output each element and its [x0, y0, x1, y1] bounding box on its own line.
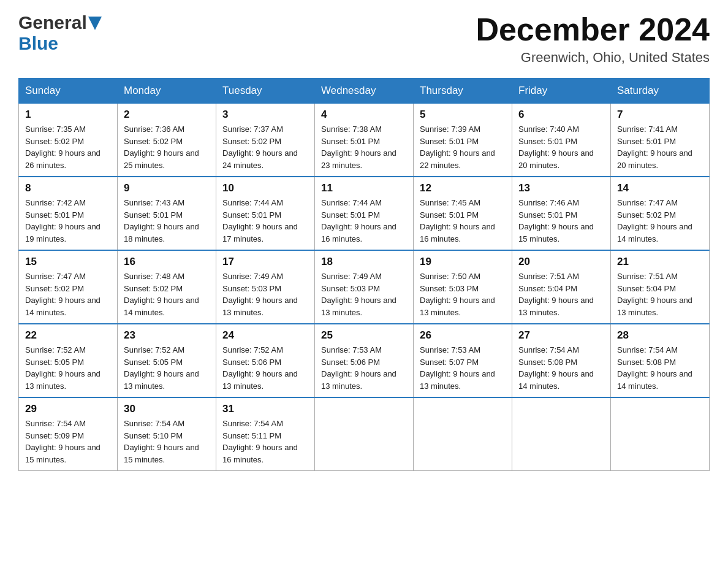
table-row: 21 Sunrise: 7:51 AM Sunset: 5:04 PM Dayl…: [611, 250, 710, 324]
col-wednesday: Wednesday: [315, 79, 414, 104]
logo-triangle-icon: [88, 17, 102, 30]
col-saturday: Saturday: [611, 79, 710, 104]
day-info: Sunrise: 7:52 AM Sunset: 5:05 PM Dayligh…: [124, 344, 210, 392]
table-row: 23 Sunrise: 7:52 AM Sunset: 5:05 PM Dayl…: [118, 324, 216, 397]
day-number: 30: [124, 403, 210, 415]
day-info: Sunrise: 7:43 AM Sunset: 5:01 PM Dayligh…: [124, 197, 210, 245]
day-info: Sunrise: 7:49 AM Sunset: 5:03 PM Dayligh…: [222, 270, 308, 318]
table-row: 29 Sunrise: 7:54 AM Sunset: 5:09 PM Dayl…: [19, 397, 118, 471]
day-info: Sunrise: 7:54 AM Sunset: 5:10 PM Dayligh…: [124, 418, 210, 465]
calendar-week-row: 15 Sunrise: 7:47 AM Sunset: 5:02 PM Dayl…: [19, 250, 710, 324]
day-number: 11: [321, 182, 407, 194]
day-number: 19: [420, 256, 506, 268]
calendar-week-row: 1 Sunrise: 7:35 AM Sunset: 5:02 PM Dayli…: [19, 104, 710, 177]
day-number: 25: [321, 329, 407, 342]
day-number: 21: [617, 256, 703, 268]
day-info: Sunrise: 7:54 AM Sunset: 5:11 PM Dayligh…: [222, 418, 308, 465]
day-number: 20: [518, 256, 604, 268]
table-row: [512, 397, 611, 471]
col-friday: Friday: [512, 79, 611, 104]
table-row: 19 Sunrise: 7:50 AM Sunset: 5:03 PM Dayl…: [414, 250, 512, 324]
day-number: 15: [25, 256, 111, 268]
calendar-week-row: 22 Sunrise: 7:52 AM Sunset: 5:05 PM Dayl…: [19, 324, 710, 397]
day-info: Sunrise: 7:45 AM Sunset: 5:01 PM Dayligh…: [420, 197, 506, 245]
day-number: 18: [321, 256, 407, 268]
table-row: 22 Sunrise: 7:52 AM Sunset: 5:05 PM Dayl…: [19, 324, 118, 397]
day-number: 8: [25, 182, 111, 194]
table-row: 11 Sunrise: 7:44 AM Sunset: 5:01 PM Dayl…: [315, 177, 414, 250]
day-number: 10: [222, 182, 308, 194]
table-row: 10 Sunrise: 7:44 AM Sunset: 5:01 PM Dayl…: [216, 177, 315, 250]
table-row: 6 Sunrise: 7:40 AM Sunset: 5:01 PM Dayli…: [512, 104, 611, 177]
table-row: 26 Sunrise: 7:53 AM Sunset: 5:07 PM Dayl…: [414, 324, 512, 397]
day-info: Sunrise: 7:49 AM Sunset: 5:03 PM Dayligh…: [321, 270, 407, 318]
day-number: 16: [124, 256, 210, 268]
day-number: 26: [420, 329, 506, 342]
day-number: 7: [617, 109, 703, 121]
day-info: Sunrise: 7:54 AM Sunset: 5:08 PM Dayligh…: [518, 344, 604, 392]
day-number: 4: [321, 109, 407, 121]
calendar-week-row: 8 Sunrise: 7:42 AM Sunset: 5:01 PM Dayli…: [19, 177, 710, 250]
day-number: 29: [25, 403, 111, 415]
logo-blue-text: Blue: [18, 33, 58, 53]
table-row: [414, 397, 512, 471]
day-number: 5: [420, 109, 506, 121]
day-info: Sunrise: 7:38 AM Sunset: 5:01 PM Dayligh…: [321, 123, 407, 171]
table-row: 16 Sunrise: 7:48 AM Sunset: 5:02 PM Dayl…: [118, 250, 216, 324]
day-number: 31: [222, 403, 308, 415]
table-row: 25 Sunrise: 7:53 AM Sunset: 5:06 PM Dayl…: [315, 324, 414, 397]
table-row: [315, 397, 414, 471]
table-row: 31 Sunrise: 7:54 AM Sunset: 5:11 PM Dayl…: [216, 397, 315, 471]
table-row: [611, 397, 710, 471]
day-info: Sunrise: 7:40 AM Sunset: 5:01 PM Dayligh…: [518, 123, 604, 171]
day-number: 23: [124, 329, 210, 342]
table-row: 9 Sunrise: 7:43 AM Sunset: 5:01 PM Dayli…: [118, 177, 216, 250]
day-info: Sunrise: 7:53 AM Sunset: 5:06 PM Dayligh…: [321, 344, 407, 392]
day-number: 27: [518, 329, 604, 342]
table-row: 8 Sunrise: 7:42 AM Sunset: 5:01 PM Dayli…: [19, 177, 118, 250]
table-row: 1 Sunrise: 7:35 AM Sunset: 5:02 PM Dayli…: [19, 104, 118, 177]
day-info: Sunrise: 7:44 AM Sunset: 5:01 PM Dayligh…: [321, 197, 407, 245]
day-info: Sunrise: 7:52 AM Sunset: 5:06 PM Dayligh…: [222, 344, 308, 392]
day-info: Sunrise: 7:50 AM Sunset: 5:03 PM Dayligh…: [420, 270, 506, 318]
day-info: Sunrise: 7:37 AM Sunset: 5:02 PM Dayligh…: [222, 123, 308, 171]
day-number: 14: [617, 182, 703, 194]
day-info: Sunrise: 7:51 AM Sunset: 5:04 PM Dayligh…: [617, 270, 703, 318]
day-number: 22: [25, 329, 111, 342]
table-row: 13 Sunrise: 7:46 AM Sunset: 5:01 PM Dayl…: [512, 177, 611, 250]
day-info: Sunrise: 7:47 AM Sunset: 5:02 PM Dayligh…: [25, 270, 111, 318]
day-number: 24: [222, 329, 308, 342]
day-info: Sunrise: 7:54 AM Sunset: 5:08 PM Dayligh…: [617, 344, 703, 392]
day-number: 17: [222, 256, 308, 268]
table-row: 2 Sunrise: 7:36 AM Sunset: 5:02 PM Dayli…: [118, 104, 216, 177]
day-number: 9: [124, 182, 210, 194]
day-info: Sunrise: 7:44 AM Sunset: 5:01 PM Dayligh…: [222, 197, 308, 245]
day-number: 6: [518, 109, 604, 121]
table-row: 7 Sunrise: 7:41 AM Sunset: 5:01 PM Dayli…: [611, 104, 710, 177]
table-row: 17 Sunrise: 7:49 AM Sunset: 5:03 PM Dayl…: [216, 250, 315, 324]
day-number: 13: [518, 182, 604, 194]
table-row: 14 Sunrise: 7:47 AM Sunset: 5:02 PM Dayl…: [611, 177, 710, 250]
table-row: 28 Sunrise: 7:54 AM Sunset: 5:08 PM Dayl…: [611, 324, 710, 397]
day-info: Sunrise: 7:54 AM Sunset: 5:09 PM Dayligh…: [25, 418, 111, 465]
logo: General Blue: [18, 12, 102, 54]
day-info: Sunrise: 7:46 AM Sunset: 5:01 PM Dayligh…: [518, 197, 604, 245]
day-info: Sunrise: 7:42 AM Sunset: 5:01 PM Dayligh…: [25, 197, 111, 245]
day-info: Sunrise: 7:41 AM Sunset: 5:01 PM Dayligh…: [617, 123, 703, 171]
table-row: 24 Sunrise: 7:52 AM Sunset: 5:06 PM Dayl…: [216, 324, 315, 397]
table-row: 18 Sunrise: 7:49 AM Sunset: 5:03 PM Dayl…: [315, 250, 414, 324]
table-row: 15 Sunrise: 7:47 AM Sunset: 5:02 PM Dayl…: [19, 250, 118, 324]
table-row: 27 Sunrise: 7:54 AM Sunset: 5:08 PM Dayl…: [512, 324, 611, 397]
col-thursday: Thursday: [414, 79, 512, 104]
day-info: Sunrise: 7:35 AM Sunset: 5:02 PM Dayligh…: [25, 123, 111, 171]
col-tuesday: Tuesday: [216, 79, 315, 104]
day-info: Sunrise: 7:48 AM Sunset: 5:02 PM Dayligh…: [124, 270, 210, 318]
location: Greenwich, Ohio, United States: [476, 50, 710, 66]
day-info: Sunrise: 7:52 AM Sunset: 5:05 PM Dayligh…: [25, 344, 111, 392]
table-row: 20 Sunrise: 7:51 AM Sunset: 5:04 PM Dayl…: [512, 250, 611, 324]
day-info: Sunrise: 7:51 AM Sunset: 5:04 PM Dayligh…: [518, 270, 604, 318]
svg-marker-0: [88, 17, 102, 30]
col-sunday: Sunday: [19, 79, 118, 104]
day-number: 3: [222, 109, 308, 121]
day-number: 12: [420, 182, 506, 194]
